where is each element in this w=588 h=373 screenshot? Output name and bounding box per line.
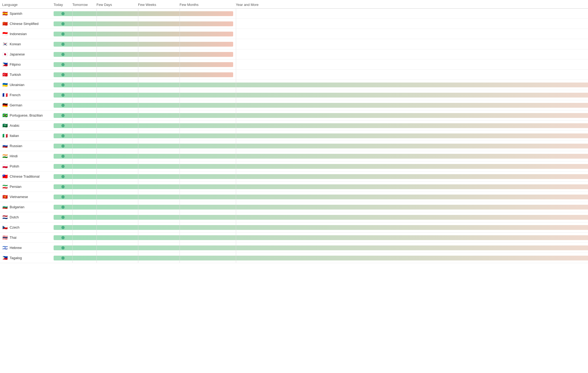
vdiv-4: [180, 59, 180, 69]
vdiv-4: [180, 222, 180, 232]
lang-name: Chinese Traditional: [10, 174, 39, 178]
vdiv-3: [138, 243, 138, 253]
vdiv-5: [236, 80, 236, 90]
bar-area: [54, 202, 588, 212]
lang-name: Dutch: [10, 215, 19, 219]
vdiv-4: [180, 9, 180, 18]
bar-area: [54, 9, 588, 18]
lang-name: Chinese Simplified: [10, 22, 39, 26]
bar-area: [54, 141, 588, 151]
lang-name: Persian: [10, 185, 21, 189]
vdiv-5: [236, 29, 236, 39]
lang-cell: 🇪🇸 Spanish: [0, 12, 54, 16]
vdiv-2: [96, 212, 97, 222]
flag-icon: 🇪🇸: [2, 12, 8, 16]
vdiv-5: [236, 161, 236, 171]
header-fewmonths: Few Months: [180, 3, 236, 7]
table-row: 🇺🇦 Ukrainian: [0, 80, 588, 90]
bar-area: [54, 192, 588, 202]
vdiv-1: [72, 80, 73, 90]
flag-icon: 🇮🇱: [2, 246, 8, 250]
start-dot: [61, 32, 65, 36]
flag-icon: 🇰🇷: [2, 42, 8, 46]
flag-icon: 🇫🇷: [2, 93, 8, 97]
vdiv-5: [236, 9, 236, 18]
flag-icon: 🇹🇷: [2, 73, 8, 77]
start-dot: [61, 134, 65, 137]
vdiv-3: [138, 192, 138, 202]
bar-area: [54, 253, 588, 263]
vdiv-1: [72, 110, 73, 120]
vdiv-4: [180, 243, 180, 253]
table-row: 🇷🇺 Russian: [0, 141, 588, 151]
table-row: 🇮🇷 Persian: [0, 182, 588, 192]
lang-cell: 🇮🇱 Hebrew: [0, 246, 54, 250]
lang-cell: 🇹🇭 Thai: [0, 236, 54, 240]
bar-area: [54, 29, 588, 39]
lang-name: Russian: [10, 144, 22, 148]
vdiv-1: [72, 151, 73, 161]
bar-track: [54, 32, 233, 36]
bar-track: [54, 62, 233, 67]
table-row: 🇧🇷 Portuguese, Brazilian: [0, 110, 588, 121]
lang-cell: 🇳🇱 Dutch: [0, 215, 54, 219]
flag-icon: 🇨🇿: [2, 225, 8, 230]
start-dot: [61, 63, 65, 66]
table-row: 🇩🇪 German: [0, 100, 588, 110]
bar-track: [54, 154, 588, 159]
vdiv-3: [138, 141, 138, 151]
lang-cell: 🇧🇷 Portuguese, Brazilian: [0, 113, 54, 118]
vdiv-4: [180, 253, 180, 263]
start-dot: [61, 236, 65, 239]
bar-track: [54, 11, 233, 16]
lang-cell: 🇺🇦 Ukrainian: [0, 83, 54, 87]
vdiv-4: [180, 171, 180, 181]
vdiv-4: [180, 131, 180, 141]
start-dot: [61, 43, 65, 46]
vdiv-2: [96, 39, 97, 49]
table-row: 🇮🇩 Indonesian: [0, 29, 588, 39]
start-dot: [61, 104, 65, 107]
flag-icon: 🇮🇩: [2, 32, 8, 36]
start-dot: [61, 165, 65, 168]
vdiv-1: [72, 212, 73, 222]
lang-cell: 🇩🇪 German: [0, 103, 54, 107]
vdiv-4: [180, 192, 180, 202]
vdiv-4: [180, 100, 180, 110]
vdiv-3: [138, 39, 138, 49]
table-row: 🇮🇱 Hebrew: [0, 243, 588, 253]
flag-icon: 🇷🇺: [2, 144, 8, 148]
lang-name: Ukrainian: [10, 83, 24, 87]
lang-cell: 🇹🇷 Turkish: [0, 73, 54, 77]
bar-track: [54, 184, 588, 189]
header-tomorrow: Tomorrow: [72, 3, 96, 7]
flag-icon: 🇻🇳: [2, 195, 8, 199]
vdiv-2: [96, 192, 97, 202]
vdiv-4: [180, 90, 180, 100]
vdiv-3: [138, 19, 138, 29]
vdiv-3: [138, 212, 138, 222]
vdiv-1: [72, 70, 73, 80]
vdiv-2: [96, 100, 97, 110]
vdiv-1: [72, 121, 73, 130]
lang-name: Hindi: [10, 154, 18, 158]
lang-cell: 🇹🇼 Chinese Traditional: [0, 174, 54, 179]
flag-icon: 🇧🇷: [2, 113, 8, 118]
bar-area: [54, 243, 588, 253]
vdiv-1: [72, 141, 73, 151]
rows-container: 🇪🇸 Spanish 🇨🇳 Chinese Simplified: [0, 9, 588, 263]
bar-area: [54, 182, 588, 192]
start-dot: [61, 124, 65, 127]
vdiv-2: [96, 243, 97, 253]
start-dot: [61, 226, 65, 229]
bar-track: [54, 144, 588, 148]
bar-area: [54, 171, 588, 181]
lang-name: Thai: [10, 236, 16, 240]
lang-name: Japanese: [10, 52, 25, 56]
vdiv-3: [138, 110, 138, 120]
bar-area: [54, 39, 588, 49]
table-row: 🇫🇷 French: [0, 90, 588, 100]
lang-cell: 🇵🇱 Polish: [0, 164, 54, 169]
vdiv-3: [138, 182, 138, 192]
lang-name: Italian: [10, 134, 19, 138]
